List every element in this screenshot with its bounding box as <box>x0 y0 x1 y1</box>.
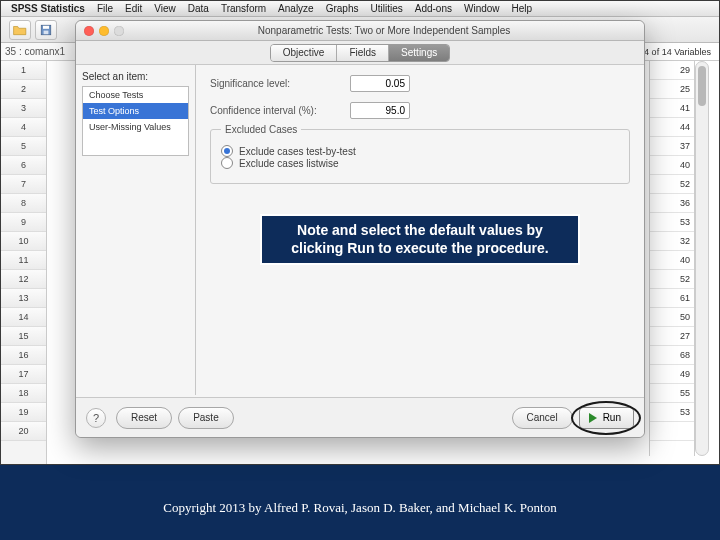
menu-addons[interactable]: Add-ons <box>415 3 452 14</box>
sidebar-item-choose-tests[interactable]: Choose Tests <box>83 87 188 103</box>
data-cell[interactable]: 55 <box>650 384 694 403</box>
run-button[interactable]: Run <box>579 407 634 429</box>
data-cell[interactable]: 53 <box>650 403 694 422</box>
right-data-column: 29254144374052365332405261502768495553 <box>649 61 711 456</box>
menu-graphs[interactable]: Graphs <box>326 3 359 14</box>
paste-button[interactable]: Paste <box>178 407 234 429</box>
window-controls <box>84 26 124 36</box>
excluded-cases-group: Excluded Cases Exclude cases test-by-tes… <box>210 129 630 184</box>
menu-view[interactable]: View <box>154 3 176 14</box>
data-cell[interactable]: 61 <box>650 289 694 308</box>
sidebar-item-test-options[interactable]: Test Options <box>83 103 188 119</box>
run-button-highlight: Run <box>579 407 634 429</box>
zoom-icon[interactable] <box>114 26 124 36</box>
tab-settings[interactable]: Settings <box>389 45 449 61</box>
data-cell[interactable]: 32 <box>650 232 694 251</box>
row-header[interactable]: 11 <box>1 251 46 270</box>
settings-item-list: Choose Tests Test Options User-Missing V… <box>82 86 189 156</box>
row-header[interactable]: 9 <box>1 213 46 232</box>
menubar: SPSS Statistics File Edit View Data Tran… <box>1 1 719 17</box>
data-cell[interactable]: 27 <box>650 327 694 346</box>
data-cell[interactable]: 52 <box>650 270 694 289</box>
dialog-footer: ? Reset Paste Cancel Run <box>76 397 644 437</box>
close-icon[interactable] <box>84 26 94 36</box>
data-cell[interactable]: 41 <box>650 99 694 118</box>
row-header[interactable]: 14 <box>1 308 46 327</box>
menu-utilities[interactable]: Utilities <box>370 3 402 14</box>
row-header[interactable]: 12 <box>1 270 46 289</box>
reset-button[interactable]: Reset <box>116 407 172 429</box>
data-cell[interactable]: 29 <box>650 61 694 80</box>
data-cell[interactable]: 68 <box>650 346 694 365</box>
cell-reference: 35 : comanx1 <box>1 43 77 60</box>
row-header[interactable]: 8 <box>1 194 46 213</box>
row-header[interactable]: 15 <box>1 327 46 346</box>
radio-listwise[interactable]: Exclude cases listwise <box>221 157 619 169</box>
radio-test-by-test[interactable]: Exclude cases test-by-test <box>221 145 619 157</box>
svg-rect-2 <box>44 30 49 34</box>
data-cell[interactable]: 44 <box>650 118 694 137</box>
open-button[interactable] <box>9 20 31 40</box>
row-header[interactable]: 7 <box>1 175 46 194</box>
save-button[interactable] <box>35 20 57 40</box>
row-header[interactable]: 4 <box>1 118 46 137</box>
confidence-input[interactable] <box>350 102 410 119</box>
row-header[interactable]: 17 <box>1 365 46 384</box>
row-header[interactable]: 2 <box>1 80 46 99</box>
confidence-label: Confidence interval (%): <box>210 105 340 116</box>
scrollbar-thumb[interactable] <box>698 66 706 106</box>
data-cell[interactable]: 53 <box>650 213 694 232</box>
row-header[interactable]: 18 <box>1 384 46 403</box>
row-header[interactable]: 20 <box>1 422 46 441</box>
significance-label: Significance level: <box>210 78 340 89</box>
row-header[interactable]: 6 <box>1 156 46 175</box>
menu-window[interactable]: Window <box>464 3 500 14</box>
tab-fields[interactable]: Fields <box>337 45 389 61</box>
menu-analyze[interactable]: Analyze <box>278 3 314 14</box>
radio-label-a: Exclude cases test-by-test <box>239 146 356 157</box>
menu-help[interactable]: Help <box>512 3 533 14</box>
dialog-tabs: Objective Fields Settings <box>76 41 644 65</box>
floppy-disk-icon <box>40 24 52 36</box>
significance-input[interactable] <box>350 75 410 92</box>
menu-edit[interactable]: Edit <box>125 3 142 14</box>
row-headers: 1234567891011121314151617181920 <box>1 61 47 464</box>
radio-icon <box>221 145 233 157</box>
row-header[interactable]: 16 <box>1 346 46 365</box>
data-cell[interactable]: 49 <box>650 365 694 384</box>
vertical-scrollbar[interactable] <box>695 61 709 456</box>
data-cell[interactable]: 25 <box>650 80 694 99</box>
folder-open-icon <box>13 24 27 36</box>
menu-file[interactable]: File <box>97 3 113 14</box>
instruction-callout: Note and select the default values by cl… <box>260 214 580 265</box>
settings-side-panel: Select an item: Choose Tests Test Option… <box>76 65 196 395</box>
row-header[interactable]: 19 <box>1 403 46 422</box>
svg-rect-1 <box>43 25 49 28</box>
app-name: SPSS Statistics <box>11 3 85 14</box>
data-cell[interactable]: 40 <box>650 156 694 175</box>
radio-label-b: Exclude cases listwise <box>239 158 338 169</box>
side-panel-label: Select an item: <box>82 71 189 82</box>
play-icon <box>588 413 598 423</box>
data-cell[interactable]: 52 <box>650 175 694 194</box>
help-button[interactable]: ? <box>86 408 106 428</box>
row-header[interactable]: 1 <box>1 61 46 80</box>
cancel-button[interactable]: Cancel <box>512 407 573 429</box>
row-header[interactable]: 5 <box>1 137 46 156</box>
minimize-icon[interactable] <box>99 26 109 36</box>
slide-root: SPSS Statistics File Edit View Data Tran… <box>0 0 720 540</box>
menu-data[interactable]: Data <box>188 3 209 14</box>
row-header[interactable]: 10 <box>1 232 46 251</box>
menu-transform[interactable]: Transform <box>221 3 266 14</box>
row-header[interactable]: 3 <box>1 99 46 118</box>
data-cell[interactable]: 40 <box>650 251 694 270</box>
radio-icon <box>221 157 233 169</box>
row-header[interactable]: 13 <box>1 289 46 308</box>
data-cell[interactable]: 50 <box>650 308 694 327</box>
data-cell[interactable]: 37 <box>650 137 694 156</box>
tab-objective[interactable]: Objective <box>271 45 338 61</box>
data-cell[interactable]: 36 <box>650 194 694 213</box>
sidebar-item-missing-values[interactable]: User-Missing Values <box>83 119 188 135</box>
copyright-text: Copyright 2013 by Alfred P. Rovai, Jason… <box>0 500 720 516</box>
data-cell[interactable] <box>650 422 694 441</box>
